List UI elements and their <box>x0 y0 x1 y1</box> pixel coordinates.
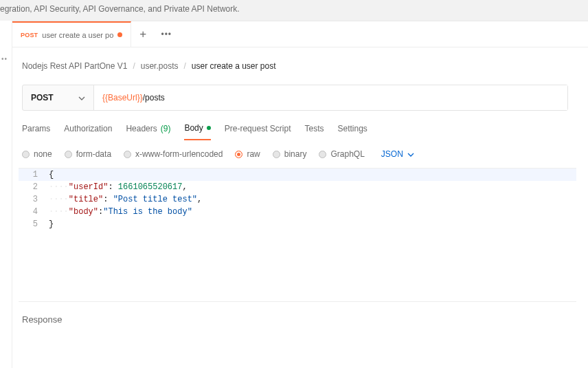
line-number: 4 <box>19 206 45 218</box>
new-tab-button[interactable]: + <box>131 21 155 47</box>
http-method-label: POST <box>31 93 54 102</box>
tab-tests[interactable]: Tests <box>304 123 324 140</box>
body-type-graphql[interactable]: GraphQL <box>319 149 364 159</box>
raw-language-select[interactable]: JSON <box>381 149 414 159</box>
left-rail: •• <box>0 21 12 368</box>
body-type-row: none form-data x-www-form-urlencoded raw… <box>22 140 588 168</box>
response-section-header: Response <box>22 302 588 337</box>
url-variable: {{BaseUrl}} <box>102 93 143 102</box>
body-editor[interactable]: 1 { 2 ····"userId": 1661065520617, 3 ···… <box>19 168 576 302</box>
body-type-raw[interactable]: raw <box>235 149 260 159</box>
breadcrumb-separator: / <box>183 61 185 71</box>
breadcrumb-request: user create a user post <box>192 61 276 71</box>
tab-method-badge: POST <box>21 32 38 39</box>
radio-icon <box>273 151 280 158</box>
request-content: Nodejs Rest API PartOne V1 / user.posts … <box>0 47 588 337</box>
url-path: /posts <box>143 93 165 102</box>
body-type-form-data[interactable]: form-data <box>65 149 111 159</box>
tab-options-button[interactable]: ••• <box>155 21 178 47</box>
tab-settings[interactable]: Settings <box>338 123 368 140</box>
raw-language-label: JSON <box>381 149 403 159</box>
http-method-select[interactable]: POST <box>23 85 94 110</box>
body-active-dot-icon <box>207 126 211 130</box>
line-number: 3 <box>19 193 45 206</box>
radio-icon <box>319 151 326 158</box>
left-rail-handle: •• <box>1 55 8 63</box>
tab-title: user create a user po <box>42 31 113 39</box>
radio-icon-selected <box>235 151 242 158</box>
line-number: 1 <box>19 169 45 181</box>
body-type-urlencoded[interactable]: x-www-form-urlencoded <box>124 149 223 159</box>
tab-authorization[interactable]: Authorization <box>64 123 112 140</box>
tab-params[interactable]: Params <box>22 123 50 140</box>
radio-icon <box>22 151 30 158</box>
breadcrumb-separator: / <box>133 61 135 71</box>
headers-count: (9) <box>161 124 171 133</box>
request-tab-active[interactable]: POST user create a user po <box>12 21 131 47</box>
tab-prerequest[interactable]: Pre-request Script <box>225 123 291 140</box>
radio-icon <box>65 151 72 158</box>
info-banner: egration, API Security, API Governance, … <box>0 0 588 21</box>
line-number: 2 <box>19 181 45 193</box>
tab-headers[interactable]: Headers (9) <box>126 123 170 140</box>
body-type-binary[interactable]: binary <box>273 149 307 159</box>
chevron-down-icon <box>78 94 85 101</box>
breadcrumb-folder[interactable]: user.posts <box>141 61 179 71</box>
request-section-tabs: Params Authorization Headers (9) Body Pr… <box>22 111 588 140</box>
breadcrumb-collection[interactable]: Nodejs Rest API PartOne V1 <box>22 61 127 71</box>
chevron-down-icon <box>407 151 414 158</box>
tab-body[interactable]: Body <box>184 123 210 140</box>
url-input[interactable]: {{BaseUrl}}/posts <box>94 85 567 110</box>
line-number: 5 <box>19 218 45 230</box>
tab-bar: t POST user create a user po + ••• <box>0 21 588 47</box>
unsaved-dot-icon <box>117 32 122 37</box>
body-type-none[interactable]: none <box>22 149 52 159</box>
breadcrumb: Nodejs Rest API PartOne V1 / user.posts … <box>22 47 588 85</box>
url-bar: POST {{BaseUrl}}/posts <box>22 85 568 111</box>
radio-icon <box>124 151 131 158</box>
